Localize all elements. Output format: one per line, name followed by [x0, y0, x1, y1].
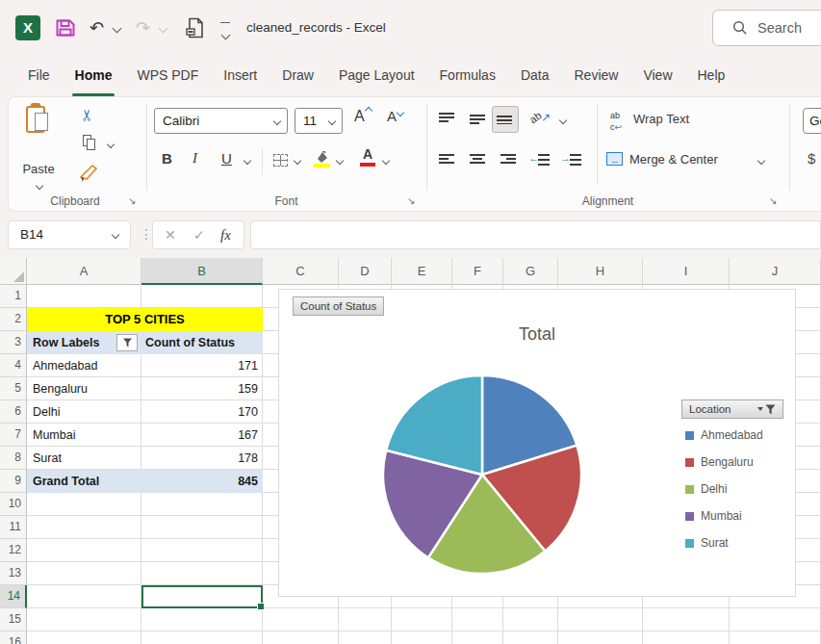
pivot-title-cell[interactable]: TOP 5 CITIES [27, 308, 263, 331]
font-name-select[interactable]: Calibri [154, 108, 288, 134]
column-header-F[interactable]: F [452, 258, 503, 285]
row-header-13[interactable]: 13 [0, 562, 27, 585]
pivot-row-label-ahmedabad[interactable]: Ahmedabad [27, 354, 141, 377]
pivot-row-value[interactable]: 178 [141, 447, 263, 470]
column-header-I[interactable]: I [643, 258, 730, 285]
customize-quick-access-icon[interactable] [219, 22, 231, 42]
underline-button[interactable]: U [221, 150, 232, 167]
worksheet[interactable]: TOP 5 CITIES Row Labels Count of Status … [0, 258, 821, 644]
copy-icon[interactable] [83, 135, 96, 150]
pivot-row-value[interactable]: 171 [141, 354, 263, 377]
row-header-3[interactable]: 3 [0, 331, 27, 354]
pivot-header-count-of-status[interactable]: Count of Status [141, 331, 263, 354]
fill-handle[interactable] [257, 603, 265, 610]
number-format-select[interactable]: Gen [803, 108, 821, 134]
align-right-icon[interactable] [500, 154, 516, 166]
formula-input[interactable] [250, 220, 821, 249]
increase-font-size-button[interactable]: A [354, 108, 371, 125]
column-header-C[interactable]: C [263, 258, 339, 285]
borders-icon[interactable] [273, 154, 288, 167]
pivot-chart[interactable]: Count of Status Total Location Ahmedabad… [278, 289, 796, 597]
tab-view[interactable]: View [630, 56, 684, 96]
merge-center-label[interactable]: Merge & Center [629, 152, 718, 167]
pivot-grand-total-value[interactable]: 845 [141, 470, 263, 493]
search-box[interactable]: Search [712, 10, 821, 46]
increase-indent-icon[interactable]: → [562, 154, 581, 166]
tab-wps-pdf[interactable]: WPS PDF [124, 56, 211, 96]
font-color-button[interactable]: A [360, 147, 375, 167]
row-header-16[interactable]: 16 [0, 631, 27, 644]
accounting-format-button[interactable]: $ [808, 150, 815, 167]
row-header-9[interactable]: 9 [0, 470, 27, 493]
italic-button[interactable]: I [192, 150, 197, 167]
tab-page-layout[interactable]: Page Layout [326, 56, 427, 96]
undo-chevron-icon[interactable] [113, 24, 122, 34]
pivot-row-value[interactable]: 167 [141, 424, 263, 447]
undo-icon[interactable]: ↶ [90, 16, 104, 39]
pivot-row-value[interactable]: 159 [141, 377, 263, 400]
column-header-J[interactable]: J [730, 258, 821, 285]
column-header-A[interactable]: A [27, 258, 141, 285]
row-header-1[interactable]: 1 [0, 285, 27, 308]
column-header-D[interactable]: D [339, 258, 392, 285]
row-header-11[interactable]: 11 [0, 516, 27, 539]
align-top-icon[interactable] [439, 113, 454, 124]
align-middle-icon[interactable] [470, 113, 485, 124]
legend-item-ahmedabad[interactable]: Ahmedabad [685, 428, 763, 442]
font-size-select[interactable]: 11 [295, 108, 343, 134]
excel-logo-icon[interactable]: X [15, 15, 40, 40]
pie-chart[interactable] [376, 369, 588, 580]
row-header-2[interactable]: 2 [0, 308, 27, 331]
row-header-12[interactable]: 12 [0, 539, 27, 562]
row-header-15[interactable]: 15 [0, 608, 27, 631]
fill-color-button[interactable] [314, 150, 330, 167]
column-header-G[interactable]: G [503, 258, 558, 285]
merge-center-icon[interactable]: ↔ [606, 152, 623, 166]
tab-file[interactable]: File [15, 56, 63, 96]
row-labels-filter-button[interactable] [116, 334, 138, 351]
column-header-H[interactable]: H [558, 258, 643, 285]
decrease-font-size-button[interactable]: A [387, 108, 402, 124]
tab-data[interactable]: Data [508, 56, 562, 96]
row-header-14[interactable]: 14 [0, 585, 27, 608]
select-all-corner[interactable] [0, 258, 27, 285]
wrap-text-icon[interactable]: abc↩ [610, 109, 629, 132]
name-box-chevron-icon[interactable] [112, 231, 119, 239]
name-box[interactable]: B14 [8, 220, 131, 249]
orientation-icon[interactable]: ab↗ [529, 108, 551, 125]
row-header-5[interactable]: 5 [0, 377, 27, 400]
legend-item-surat[interactable]: Surat [685, 536, 729, 550]
row-header-4[interactable]: 4 [0, 354, 27, 377]
tab-draw[interactable]: Draw [269, 56, 326, 96]
align-left-icon[interactable] [439, 154, 454, 166]
clipboard-dialog-launcher-icon[interactable]: ↘ [128, 195, 136, 207]
pivot-grand-total-label[interactable]: Grand Total [27, 470, 141, 493]
formula-bar-drag-handle[interactable]: ⋮ [140, 226, 153, 242]
row-header-7[interactable]: 7 [0, 424, 27, 447]
tab-help[interactable]: Help [685, 56, 738, 96]
pivot-row-value[interactable]: 170 [141, 400, 263, 424]
chart-field-button-location[interactable]: Location [681, 399, 783, 419]
align-bottom-selected[interactable] [492, 106, 519, 133]
insert-function-icon[interactable]: fx [220, 221, 231, 248]
tab-insert[interactable]: Insert [211, 56, 269, 96]
tab-formulas[interactable]: Formulas [427, 56, 508, 96]
chart-title[interactable]: Total [279, 324, 795, 345]
row-header-10[interactable]: 10 [0, 493, 27, 516]
alignment-dialog-launcher-icon[interactable]: ↘ [769, 195, 777, 207]
pivot-row-label-mumbai[interactable]: Mumbai [27, 424, 141, 447]
column-header-E[interactable]: E [392, 258, 452, 285]
cancel-icon[interactable]: ✕ [165, 221, 176, 248]
row-header-8[interactable]: 8 [0, 447, 27, 470]
column-header-B[interactable]: B [141, 258, 263, 285]
print-preview-icon[interactable] [183, 15, 208, 40]
tab-home[interactable]: Home [63, 56, 125, 96]
pivot-row-label-bengaluru[interactable]: Bengaluru [27, 377, 141, 400]
align-center-icon[interactable] [470, 154, 485, 166]
legend-item-mumbai[interactable]: Mumbai [685, 509, 742, 523]
chart-field-button-count-of-status[interactable]: Count of Status [293, 296, 384, 316]
legend-item-bengaluru[interactable]: Bengaluru [685, 455, 754, 469]
font-dialog-launcher-icon[interactable]: ↘ [407, 195, 415, 207]
legend-item-delhi[interactable]: Delhi [685, 482, 727, 496]
enter-icon[interactable]: ✓ [193, 221, 205, 248]
